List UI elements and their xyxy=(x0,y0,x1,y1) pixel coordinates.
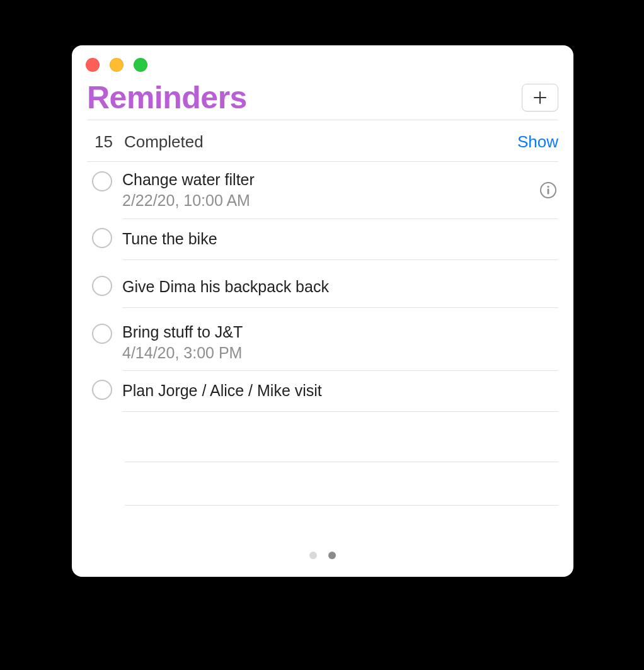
complete-toggle[interactable] xyxy=(92,380,112,400)
completed-count: 15 xyxy=(95,132,113,152)
header: Reminders xyxy=(87,76,558,120)
page-dot[interactable] xyxy=(328,552,336,559)
reminder-title: Change water filter xyxy=(122,170,533,190)
reminder-row[interactable]: Change water filter 2/22/20, 10:00 AM xyxy=(87,162,558,219)
completed-label: Completed xyxy=(124,132,204,152)
reminders-window: Reminders 15 Completed Show Change water… xyxy=(72,45,573,577)
reminder-title: Give Dima his backpack back xyxy=(122,277,558,297)
add-reminder-button[interactable] xyxy=(522,84,558,111)
list-title: Reminders xyxy=(87,79,247,116)
reminder-row[interactable]: Give Dima his backpack back xyxy=(87,267,558,315)
completed-bar: 15 Completed Show xyxy=(87,122,558,162)
show-completed-button[interactable]: Show xyxy=(517,132,558,152)
reminder-date: 4/14/20, 3:00 PM xyxy=(122,343,558,363)
page-dot[interactable] xyxy=(309,552,317,559)
complete-toggle[interactable] xyxy=(92,276,112,296)
svg-point-3 xyxy=(547,186,549,188)
reminder-list: Change water filter 2/22/20, 10:00 AM Tu… xyxy=(87,162,558,539)
empty-row xyxy=(87,419,558,462)
empty-row xyxy=(87,462,558,506)
close-window-button[interactable] xyxy=(86,58,100,72)
minimize-window-button[interactable] xyxy=(110,58,124,72)
reminder-title: Plan Jorge / Alice / Mike visit xyxy=(122,381,558,400)
reminder-info-button[interactable] xyxy=(538,180,558,200)
window-controls xyxy=(86,58,147,72)
reminder-date: 2/22/20, 10:00 AM xyxy=(122,191,533,210)
reminder-title: Bring stuff to J&T xyxy=(122,322,558,342)
complete-toggle[interactable] xyxy=(92,228,112,248)
page-indicator[interactable] xyxy=(72,552,573,559)
complete-toggle[interactable] xyxy=(92,324,112,344)
info-icon xyxy=(539,181,558,200)
plus-icon xyxy=(533,91,547,105)
reminder-row[interactable]: Plan Jorge / Alice / Mike visit xyxy=(87,371,558,419)
svg-rect-4 xyxy=(548,189,549,195)
reminder-title: Tune the bike xyxy=(122,229,558,249)
reminder-row[interactable]: Bring stuff to J&T 4/14/20, 3:00 PM xyxy=(87,315,558,372)
reminder-row[interactable]: Tune the bike xyxy=(87,219,558,267)
zoom-window-button[interactable] xyxy=(134,58,147,72)
complete-toggle[interactable] xyxy=(92,171,112,191)
